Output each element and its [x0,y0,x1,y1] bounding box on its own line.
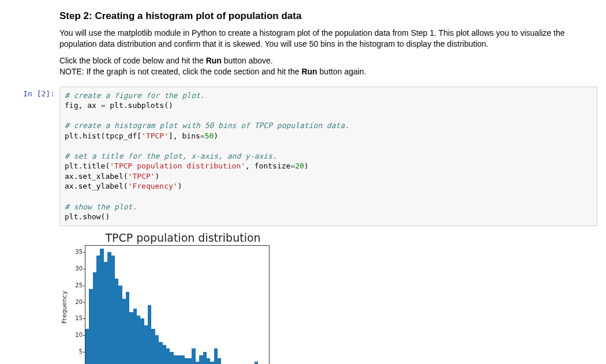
ytick-mark [83,302,85,303]
chart-bars [85,246,269,364]
code-comment-3: # set a title for the plot, x-axis, and … [65,152,277,160]
code-l3b: , fontsize [245,162,290,170]
chart-ylabel: Frequency [61,291,68,324]
input-prompt: In [2]: [9,87,59,98]
code-comment-1: # create a figure for the plot. [65,91,205,100]
markdown-cell: Step 2: Creating a histogram plot of pop… [9,6,597,85]
code-l3n: 20 [295,162,304,170]
ytick-mark [83,335,85,336]
code-l1b: plt.subplots() [105,101,173,110]
ytick-mark [83,269,85,269]
chart-title: TPCP population distribution [87,231,279,244]
code-l4b: ) [155,172,160,181]
code-l3a: plt.title( [65,162,110,170]
code-l3s: 'TPCP population distribution' [110,162,245,170]
ytick-label: 20 [75,298,83,305]
chart-plot-area [85,245,270,364]
step-paragraph-1: You will use the matplotlib module in Py… [59,28,597,50]
output-cell: TPCP population distribution Frequency 0… [9,227,597,364]
code-l2s: 'TPCP' [141,132,169,140]
p3-run-bold: Run [301,67,317,76]
code-l2a: plt.hist(tpcp_df[ [65,132,141,140]
p2-text-c: button above. [222,56,273,65]
step-paragraph-2: Click the block of code below and hit th… [59,55,597,77]
ytick-mark [83,318,85,319]
code-cell-body[interactable]: # create a figure for the plot. fig, ax … [59,87,597,226]
markdown-body: Step 2: Creating a histogram plot of pop… [59,6,597,85]
code-area[interactable]: # create a figure for the plot. fig, ax … [59,87,597,226]
ytick-label: 25 [75,282,83,288]
p2-run-bold: Run [206,56,222,65]
code-l4s: 'TPCP' [128,172,155,181]
output-area: TPCP population distribution Frequency 0… [59,230,597,364]
code-l2eq: = [200,132,205,140]
ytick-label: 15 [75,315,83,321]
histogram-bar [255,362,258,364]
chart-row: Frequency 05101520253035 [59,245,279,364]
ytick-label: 30 [75,265,83,271]
code-l5a: ax.set_ylabel( [65,182,128,190]
code-cell: In [2]: # create a figure for the plot. … [9,87,597,226]
yticks-column: 05101520253035 [69,245,85,364]
ylabel-column: Frequency [59,245,69,364]
ytick-label: 5 [79,348,83,354]
code-l5b: ) [178,182,182,190]
histogram-bar [218,358,221,364]
ytick-mark [83,352,85,352]
code-l6: plt.show() [65,212,110,221]
code-comment-2: # create a histogram plot with 50 bins o… [65,121,349,130]
code-l4a: ax.set_xlabel( [65,172,128,181]
ytick-label: 35 [75,249,83,255]
step-heading: Step 2: Creating a histogram plot of pop… [59,10,597,22]
ytick-mark [83,252,85,253]
ytick-mark [83,286,85,286]
code-l2n: 50 [205,132,214,140]
code-l5s: 'Frequency' [128,182,178,190]
code-comment-4: # show the plot. [65,202,137,211]
histogram-figure: TPCP population distribution Frequency 0… [59,231,279,364]
p3-text-a: NOTE: If the graph is not created, click… [59,67,301,76]
code-l2c: ) [214,132,218,140]
code-l2b: ], bins [169,132,200,140]
ytick-label: 10 [75,332,83,338]
code-l3c: ) [304,162,309,170]
p3-text-c: button again. [317,67,366,76]
code-l1a: fig, ax [65,101,101,110]
p2-text-a: Click the block of code below and hit th… [59,56,206,65]
